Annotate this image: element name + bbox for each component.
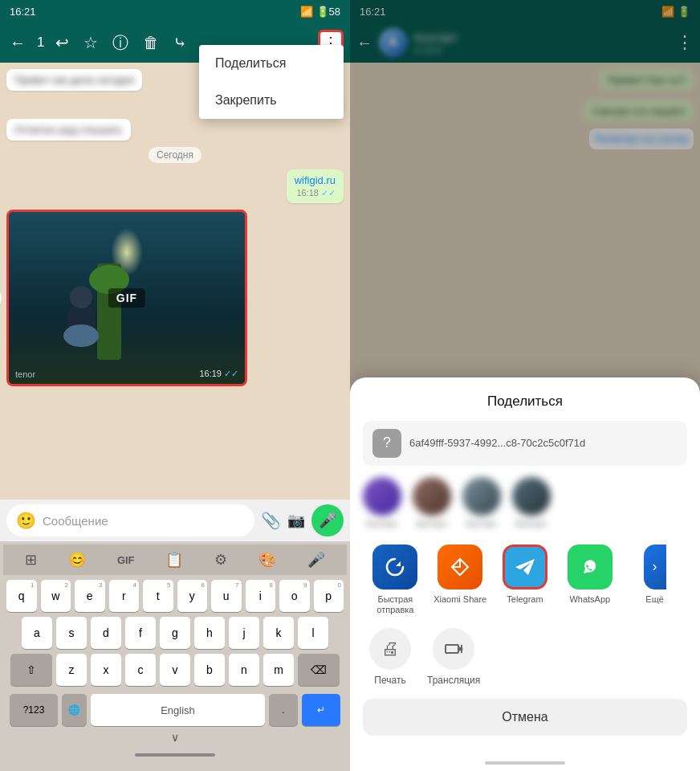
emoji-icon[interactable]: 🙂 [16,511,36,530]
whatsapp-icon [568,545,612,589]
key-f[interactable]: f [125,617,156,649]
key-i[interactable]: i8 [246,580,276,612]
key-u[interactable]: u7 [211,580,242,612]
key-period[interactable]: . [269,694,298,726]
contact-item-2[interactable]: Контакт [413,477,451,528]
cancel-button[interactable]: Отмена [363,699,687,736]
app-item-more[interactable]: › Ещё [622,545,687,615]
key-m[interactable]: m [263,654,294,686]
key-enter[interactable]: ↵ [302,694,340,726]
key-z[interactable]: z [56,654,87,686]
more-apps-label: Ещё [645,594,664,604]
key-shift[interactable]: ⇧ [10,654,52,686]
key-n[interactable]: n [229,654,259,686]
share-menu-item[interactable]: Поделиться [199,45,344,82]
key-l[interactable]: l [298,617,328,649]
app-item-quick-send[interactable]: Быстраяотправка [363,545,428,615]
utility-cast[interactable]: Трансляция [427,628,480,686]
contact-avatar-1 [363,477,401,516]
file-type-icon: ? [372,429,401,458]
mic-button[interactable]: 🎤 [311,504,344,536]
key-w[interactable]: w2 [41,580,71,612]
home-bar-left [135,753,215,757]
contact-item-4[interactable]: Контакт [512,477,551,528]
dropdown-menu: Поделиться Закрепить [199,45,344,119]
chat-area-left: Привет как дела сегодня Всё хорошо спаси… [0,63,350,500]
app-item-whatsapp[interactable]: WhatsApp [557,545,622,615]
keyboard-row-1: q1 w2 e3 r4 t5 y6 u7 i8 o9 p0 [6,580,344,612]
camera-icon[interactable]: 📷 [287,512,305,529]
contact-item-1[interactable]: Контакт [363,477,401,528]
telegram-label: Telegram [507,594,543,604]
contact-item-3[interactable]: Контакт [462,477,501,528]
forward-gif-button[interactable]: ⤷ [0,286,2,310]
key-p[interactable]: p0 [314,580,344,612]
keyboard-collapse[interactable]: ∨ [3,729,347,745]
svg-rect-7 [446,645,458,653]
keyboard-palette-icon[interactable]: 🎨 [258,551,276,569]
keyboard-mic-icon[interactable]: 🎤 [307,551,325,569]
keyboard-rows: q1 w2 e3 r4 t5 y6 u7 i8 o9 p0 a s d f g … [3,575,347,691]
apps-row: Быстраяотправка Xiaomi Share [363,545,687,615]
svg-point-4 [63,324,99,347]
key-h[interactable]: h [194,617,225,649]
xiaomi-share-label: Xiaomi Share [433,594,486,604]
attach-icon[interactable]: 📎 [261,511,281,530]
quick-send-icon [372,545,417,589]
input-placeholder: Сообщение [43,514,108,528]
key-r[interactable]: r4 [109,580,140,612]
key-o[interactable]: o9 [279,580,310,612]
gif-container[interactable]: GIF tenor 16:19 ✓✓ [6,210,247,386]
back-icon[interactable]: ← [6,31,29,55]
reply-icon[interactable]: ↩ [52,30,72,55]
gif-message-container: ⤷ [6,210,247,386]
delete-icon[interactable]: 🗑 [140,31,162,55]
key-backspace[interactable]: ⌫ [298,654,340,686]
keyboard-apps-icon[interactable]: ⊞ [25,551,37,569]
pin-menu-item[interactable]: Закрепить [199,82,344,119]
file-name: 6af49fff-5937-4992...c8-70c2c5c0f71d [409,437,585,449]
star-icon[interactable]: ☆ [80,30,101,55]
key-b[interactable]: b [194,654,225,686]
app-item-xiaomi[interactable]: Xiaomi Share [428,545,493,615]
key-j[interactable]: j [229,617,259,649]
app-item-telegram[interactable]: Telegram [493,545,558,615]
keyboard-emoji-icon[interactable]: 😊 [68,551,86,569]
key-s[interactable]: s [56,617,87,649]
tenor-label: tenor [15,369,35,379]
key-numbers[interactable]: ?123 [10,694,58,726]
keyboard-gif-key[interactable]: GIF [117,554,135,566]
key-x[interactable]: x [91,654,121,686]
keyboard-settings-icon[interactable]: ⚙ [214,551,227,569]
info-icon[interactable]: ⓘ [109,29,132,57]
status-bar-left: 16:21 📶 🔋58 [0,0,350,22]
key-globe[interactable]: 🌐 [62,694,87,726]
right-chat-bg: 16:21 📶 🔋 ← А Контакт в сети ⋮ Привет! К… [350,0,700,755]
left-panel: 16:21 📶 🔋58 ← 1 ↩ ☆ ⓘ 🗑 ⤷ ⋮ Поделиться З… [0,0,350,771]
key-space[interactable]: English [91,694,265,726]
utility-print[interactable]: 🖨 Печать [369,628,411,686]
key-d[interactable]: d [91,617,121,649]
telegram-icon [503,545,547,589]
key-v[interactable]: v [160,654,190,686]
message-text-blurred: Привет как дела сегодня [14,74,134,86]
contact-avatar-3 [462,477,501,516]
key-t[interactable]: t5 [143,580,173,612]
wifigid-link[interactable]: wifigid.ru [295,174,336,186]
date-divider: Сегодня [149,147,201,163]
cast-icon [433,628,474,670]
keyboard-row-3: ⇧ z x c v b n m ⌫ [6,654,344,686]
quick-send-label: Быстраяотправка [376,594,413,615]
key-e[interactable]: e3 [75,580,105,612]
key-a[interactable]: a [22,617,52,649]
key-g[interactable]: g [160,617,190,649]
right-panel: 16:21 📶 🔋 ← А Контакт в сети ⋮ Привет! К… [350,0,700,771]
key-k[interactable]: k [263,617,294,649]
key-y[interactable]: y6 [177,580,208,612]
key-q[interactable]: q1 [6,580,37,612]
keyboard-row-2: a s d f g h j k l [6,617,344,649]
key-c[interactable]: c [125,654,156,686]
forward-icon[interactable]: ⤷ [170,30,190,55]
keyboard-clipboard-icon[interactable]: 📋 [165,551,183,569]
message-input-field[interactable]: 🙂 Сообщение [6,504,254,536]
